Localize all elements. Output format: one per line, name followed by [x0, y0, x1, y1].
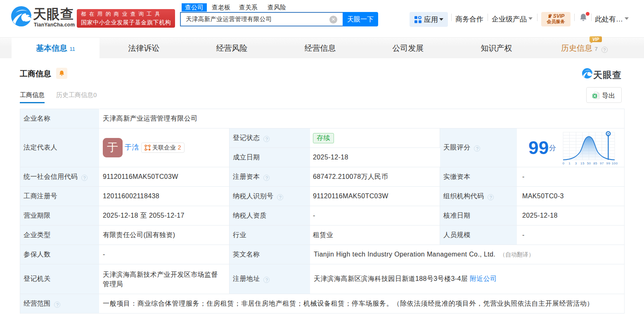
svg-text:100: 100	[612, 162, 618, 165]
svg-text:99: 99	[606, 162, 611, 165]
svg-text:1: 1	[568, 162, 571, 165]
svg-text:VIP: VIP	[592, 37, 599, 42]
svg-text:3: 3	[575, 162, 577, 165]
svg-text:0: 0	[563, 162, 565, 165]
svg-text:85: 85	[593, 162, 597, 165]
svg-text:97: 97	[600, 162, 604, 165]
svg-text:15: 15	[580, 162, 585, 165]
svg-text:50: 50	[587, 162, 591, 165]
